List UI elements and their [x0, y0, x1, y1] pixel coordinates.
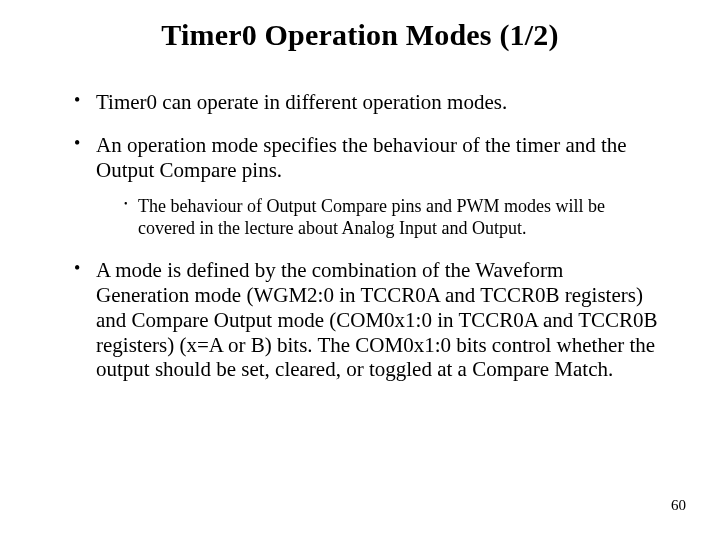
- slide-title: Timer0 Operation Modes (1/2): [60, 18, 660, 52]
- bullet-list: Timer0 can operate in different operatio…: [60, 90, 660, 382]
- bullet-item: A mode is defined by the combination of …: [74, 258, 660, 382]
- page-number: 60: [671, 497, 686, 514]
- bullet-text: Timer0 can operate in different operatio…: [96, 90, 507, 114]
- sub-bullet-item: The behaviour of Output Compare pins and…: [124, 196, 660, 240]
- sub-bullet-text: The behaviour of Output Compare pins and…: [138, 196, 605, 238]
- slide: Timer0 Operation Modes (1/2) Timer0 can …: [0, 0, 720, 540]
- sub-bullet-list: The behaviour of Output Compare pins and…: [96, 196, 660, 240]
- bullet-item: Timer0 can operate in different operatio…: [74, 90, 660, 115]
- bullet-text: An operation mode specifies the behaviou…: [96, 133, 627, 182]
- bullet-text: A mode is defined by the combination of …: [96, 258, 658, 381]
- bullet-item: An operation mode specifies the behaviou…: [74, 133, 660, 240]
